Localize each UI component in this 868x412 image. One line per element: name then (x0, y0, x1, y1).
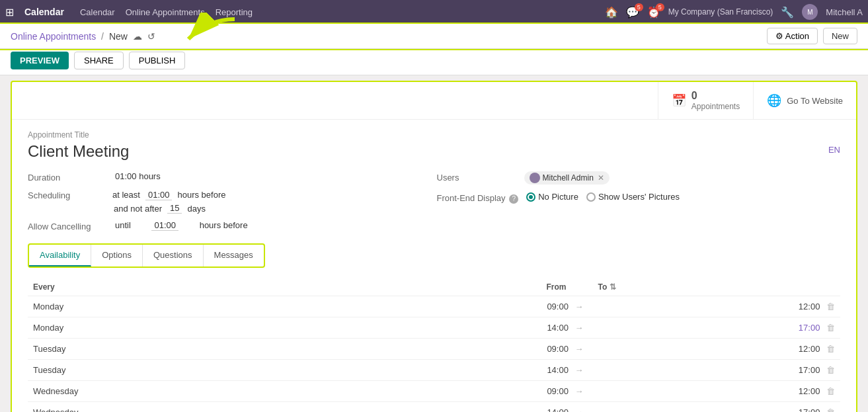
table-row: Monday14:00 →17:00 🗑 (28, 317, 840, 339)
action-buttons-row: PREVIEW SHARE PUBLISH (0, 49, 868, 75)
appointment-title[interactable]: Client Meeting (28, 142, 129, 161)
app-grid-icon[interactable]: ⊞ (5, 6, 14, 19)
frontend-display-label: Front-End Display ? (437, 192, 519, 204)
scheduling-field: Scheduling at least 01:00 hours before a… (28, 189, 432, 214)
arrow-annotation (175, 13, 255, 65)
breadcrumb-icons: ☁ ↺ (133, 31, 155, 42)
cell-day: Tuesday (28, 339, 321, 360)
cell-to: 17:00 🗑 (593, 317, 840, 339)
user-name: Mitchell A (826, 7, 863, 17)
cell-from: 09:00 → (321, 296, 592, 317)
radio-show-pictures[interactable]: Show Users' Pictures (586, 192, 680, 202)
col-to: To ⇅ (593, 278, 840, 296)
users-tags: Mitchell Admin ✕ (524, 171, 610, 185)
home-icon[interactable]: 🏠 (605, 6, 618, 19)
allow-hours[interactable]: 01:00 (151, 220, 178, 231)
scheduling-days[interactable]: 15 (167, 203, 182, 214)
breadcrumb: Online Appointments / New (11, 31, 128, 42)
tab-questions[interactable]: Questions (143, 245, 204, 267)
col-every: Every (28, 278, 321, 296)
clock-icon[interactable]: ⏰5 (647, 6, 660, 19)
goto-website-label: Go To Website (787, 96, 843, 106)
breadcrumb-current: New (109, 31, 128, 42)
main-content: 📅 0 Appointments 🌐 Go To Website Appoint… (11, 81, 857, 412)
user-tag-name: Mitchell Admin (543, 173, 594, 183)
col-from: From (321, 278, 592, 296)
frontend-display-field: Front-End Display ? No Picture Show User… (437, 192, 841, 204)
preview-button[interactable]: PREVIEW (11, 52, 69, 69)
radio-no-picture-label: No Picture (538, 192, 578, 202)
duration-label: Duration (28, 171, 107, 183)
table-row: Wednesday09:00 →12:00 🗑 (28, 381, 840, 402)
radio-show-pictures-label: Show Users' Pictures (598, 192, 680, 202)
radio-dot-selected (526, 192, 535, 202)
calendar-icon: 📅 (672, 93, 686, 108)
appointments-count: 0 (691, 90, 740, 102)
table-row: Wednesday14:00 →17:00 🗑 (28, 402, 840, 413)
cell-from: 14:00 → (321, 360, 592, 381)
language-selector[interactable]: EN (828, 145, 840, 155)
cell-day: Wednesday (28, 402, 321, 413)
user-tag-mitchell: Mitchell Admin ✕ (524, 171, 610, 185)
title-field-group: Appointment Title Client Meeting EN (28, 130, 840, 171)
scheduling-notafter: and not after (114, 204, 162, 214)
user-avatar-small (530, 173, 540, 183)
table-row: Tuesday09:00 →12:00 🗑 (28, 339, 840, 360)
duration-field: Duration 01:00 hours (28, 171, 432, 183)
tab-availability[interactable]: Availability (29, 245, 91, 267)
form-section: Appointment Title Client Meeting EN Dura… (12, 120, 856, 412)
table-header: Every From To ⇅ (28, 278, 840, 296)
cell-day: Monday (28, 317, 321, 339)
breadcrumb-bar: Online Appointments / New ☁ ↺ ⚙ Action N… (0, 24, 868, 49)
cell-day: Monday (28, 296, 321, 317)
allow-cancelling-label: Allow Cancelling (28, 220, 107, 231)
tabs-container: Availability Options Questions Messages (28, 243, 265, 268)
breadcrumb-separator: / (101, 31, 104, 42)
cell-to: 17:00 🗑 (593, 360, 840, 381)
cell-from: 09:00 → (321, 381, 592, 402)
top-right-actions: 🏠 💬5 ⏰5 My Company (San Francisco) 🔧 M M… (605, 4, 863, 20)
user-avatar[interactable]: M (802, 4, 818, 20)
tab-messages[interactable]: Messages (204, 245, 264, 267)
availability-tbody: Monday09:00 →12:00 🗑Monday14:00 →17:00 🗑… (28, 296, 840, 413)
remove-user-icon[interactable]: ✕ (598, 173, 604, 183)
sort-icon[interactable]: ⇅ (610, 282, 616, 292)
appointments-stat[interactable]: 📅 0 Appointments (658, 82, 753, 119)
scheduling-atleast: at least (112, 190, 140, 200)
nav-calendar[interactable]: Calendar (80, 7, 115, 17)
breadcrumb-right: ⚙ Action New (767, 28, 857, 44)
left-fields: Duration 01:00 hours Scheduling at least… (28, 171, 432, 238)
goto-website-btn[interactable]: 🌐 Go To Website (753, 82, 856, 119)
scheduling-days-unit: days (187, 204, 205, 214)
save-icon[interactable]: ☁ (133, 31, 142, 42)
chat-icon[interactable]: 💬5 (626, 6, 639, 19)
action-button[interactable]: ⚙ Action (767, 28, 818, 44)
breadcrumb-left: Online Appointments / New ☁ ↺ (11, 31, 155, 42)
cell-from: 14:00 → (321, 317, 592, 339)
tab-options[interactable]: Options (91, 245, 143, 267)
share-button[interactable]: SHARE (74, 52, 124, 69)
breadcrumb-link[interactable]: Online Appointments (11, 31, 96, 42)
users-field: Users Mitchell Admin ✕ (437, 171, 841, 185)
undo-icon[interactable]: ↺ (147, 31, 155, 42)
title-field-label: Appointment Title (28, 130, 840, 140)
globe-icon: 🌐 (767, 93, 781, 108)
duration-value: 01:00 hours (115, 171, 161, 181)
settings-icon[interactable]: 🔧 (781, 6, 794, 19)
tooltip-icon[interactable]: ? (509, 194, 518, 204)
radio-no-picture[interactable]: No Picture (526, 192, 578, 202)
cell-to: 12:00 🗑 (593, 381, 840, 402)
cell-day: Tuesday (28, 360, 321, 381)
new-button[interactable]: New (823, 28, 857, 44)
cell-from: 09:00 → (321, 339, 592, 360)
scheduling-label: Scheduling (28, 189, 107, 200)
app-name: Calendar (24, 7, 64, 17)
allow-cancelling-field: Allow Cancelling until 01:00 hours befor… (28, 220, 432, 231)
scheduling-hours[interactable]: 01:00 (145, 190, 173, 200)
top-navigation: ⊞ Calendar Calendar Online Appointments … (0, 0, 868, 24)
right-fields: Users Mitchell Admin ✕ Front-End Display… (437, 171, 841, 238)
frontend-radio-group: No Picture Show Users' Pictures (526, 192, 680, 202)
allow-before: hours before (200, 220, 248, 230)
cell-to: 17:00 🗑 (593, 402, 840, 413)
cell-to: 12:00 🗑 (593, 339, 840, 360)
